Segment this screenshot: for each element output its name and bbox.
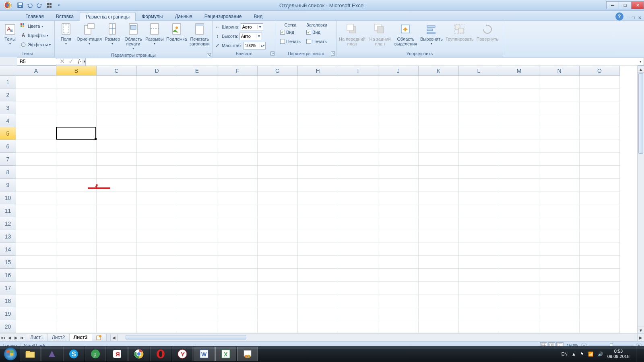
fonts-button[interactable]: AШрифты ▾	[20, 31, 51, 40]
cell[interactable]	[338, 140, 378, 153]
cell[interactable]	[137, 282, 177, 294]
cell[interactable]	[97, 269, 137, 282]
cell[interactable]	[459, 269, 499, 282]
cell[interactable]	[539, 282, 580, 294]
cell[interactable]	[539, 101, 580, 114]
cell[interactable]	[580, 179, 620, 191]
cell[interactable]	[56, 243, 97, 256]
cell[interactable]	[258, 166, 298, 179]
cell[interactable]	[419, 140, 459, 153]
orientation-button[interactable]: Ориентация▾	[77, 22, 101, 47]
cell[interactable]	[298, 256, 338, 269]
cell[interactable]	[419, 114, 459, 127]
cell[interactable]	[338, 256, 378, 269]
column-header[interactable]: E	[177, 66, 217, 76]
sheet-tab[interactable]: Лист1	[26, 334, 48, 341]
print-area-button[interactable]: Область печати▾	[124, 22, 143, 52]
cell[interactable]	[16, 140, 56, 153]
cell[interactable]	[580, 243, 620, 256]
effects-button[interactable]: Эффекты ▾	[20, 40, 51, 49]
cell[interactable]	[419, 256, 459, 269]
cell[interactable]	[338, 282, 378, 294]
cell[interactable]	[258, 101, 298, 114]
cell[interactable]	[97, 76, 137, 88]
cell[interactable]	[459, 282, 499, 294]
cell[interactable]	[16, 114, 56, 127]
cell[interactable]	[580, 256, 620, 269]
cell[interactable]	[459, 114, 499, 127]
cell[interactable]	[177, 127, 217, 140]
breaks-button[interactable]: Разрывы▾	[144, 22, 165, 47]
cell[interactable]	[217, 140, 258, 153]
cell[interactable]	[56, 204, 97, 217]
cell[interactable]	[580, 153, 620, 166]
cell[interactable]	[580, 204, 620, 217]
cell[interactable]	[177, 76, 217, 88]
cell[interactable]	[499, 101, 539, 114]
cell[interactable]	[217, 153, 258, 166]
cell[interactable]	[16, 243, 56, 256]
background-button[interactable]: Подложка	[166, 22, 187, 43]
cell[interactable]	[217, 88, 258, 101]
next-sheet-icon[interactable]: ▶	[13, 335, 19, 340]
cell[interactable]	[97, 179, 137, 191]
chevron-down-icon[interactable]: ▼	[256, 34, 262, 38]
cell[interactable]	[258, 230, 298, 243]
cell[interactable]	[338, 230, 378, 243]
cell[interactable]	[217, 191, 258, 204]
cell[interactable]	[499, 269, 539, 282]
cell[interactable]	[16, 127, 56, 140]
help-button[interactable]: ?	[615, 12, 623, 21]
cell[interactable]	[177, 114, 217, 127]
tab-view[interactable]: Вид	[248, 12, 268, 21]
cell[interactable]	[258, 140, 298, 153]
cell[interactable]	[298, 282, 338, 294]
cell[interactable]	[338, 269, 378, 282]
cell[interactable]	[378, 127, 419, 140]
column-header[interactable]: H	[298, 66, 338, 76]
cell[interactable]	[298, 191, 338, 204]
cell[interactable]	[499, 294, 539, 307]
row-header[interactable]: 7	[0, 153, 16, 166]
column-header[interactable]: K	[419, 66, 459, 76]
margins-button[interactable]: Поля▾	[56, 22, 76, 47]
horizontal-scrollbar[interactable]: ◀ ▶	[110, 334, 644, 341]
cell[interactable]	[419, 166, 459, 179]
cell[interactable]	[97, 282, 137, 294]
cell[interactable]	[338, 217, 378, 230]
row-header[interactable]: 15	[0, 256, 16, 269]
cell[interactable]	[539, 217, 580, 230]
cell[interactable]	[580, 269, 620, 282]
cell[interactable]	[539, 320, 580, 333]
cell[interactable]	[56, 320, 97, 333]
cell[interactable]	[499, 256, 539, 269]
cell[interactable]	[97, 307, 137, 320]
cell[interactable]	[499, 88, 539, 101]
cell[interactable]	[137, 269, 177, 282]
cell[interactable]	[419, 243, 459, 256]
column-header[interactable]: D	[137, 66, 177, 76]
cell[interactable]	[217, 179, 258, 191]
cell[interactable]	[217, 101, 258, 114]
cell[interactable]	[137, 294, 177, 307]
cell[interactable]	[97, 114, 137, 127]
name-box[interactable]: ▼	[17, 58, 56, 66]
cell[interactable]	[56, 140, 97, 153]
cell[interactable]	[499, 307, 539, 320]
cell[interactable]	[419, 307, 459, 320]
cell[interactable]	[419, 88, 459, 101]
cell[interactable]	[137, 243, 177, 256]
cell[interactable]	[177, 217, 217, 230]
cell[interactable]	[137, 101, 177, 114]
qat-custom-icon[interactable]	[45, 1, 53, 9]
maximize-button[interactable]: □	[619, 1, 632, 9]
cell[interactable]	[338, 179, 378, 191]
cell[interactable]	[338, 243, 378, 256]
cell[interactable]	[177, 153, 217, 166]
size-button[interactable]: Размер▾	[103, 22, 122, 47]
taskbar-explorer[interactable]	[20, 347, 41, 361]
cell[interactable]	[137, 179, 177, 191]
cell[interactable]	[16, 191, 56, 204]
cell[interactable]	[97, 191, 137, 204]
taskbar-torrent[interactable]: µ	[85, 347, 106, 361]
